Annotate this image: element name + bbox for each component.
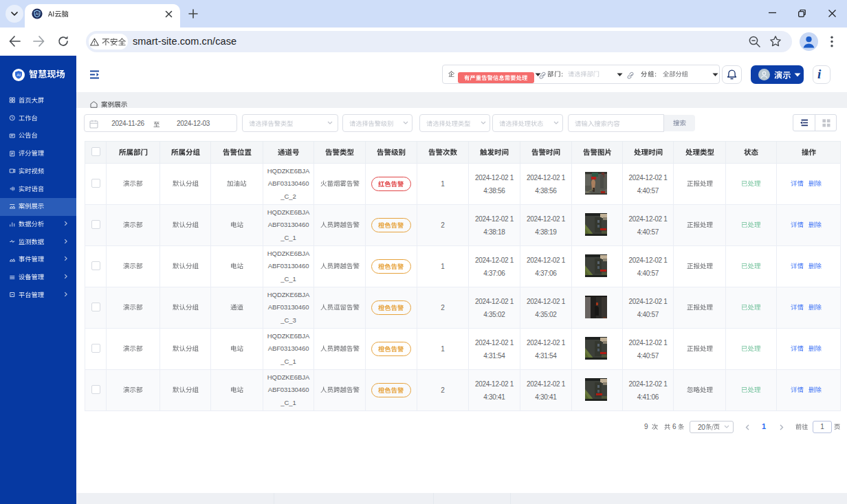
svg-text:AI: AI	[16, 73, 21, 77]
svg-text:AI: AI	[35, 12, 38, 16]
